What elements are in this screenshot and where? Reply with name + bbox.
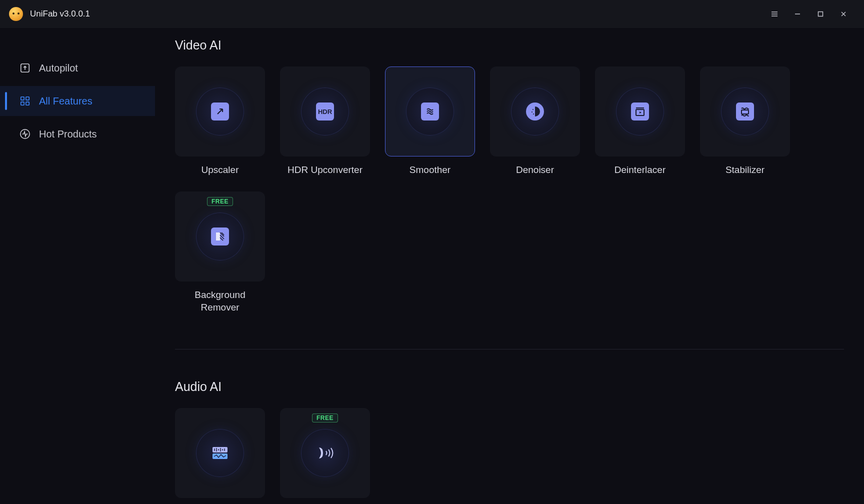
upscale-icon bbox=[211, 102, 229, 120]
free-badge: FREE bbox=[207, 197, 233, 206]
sidebar-item-label: Hot Products bbox=[39, 128, 97, 140]
svg-point-13 bbox=[532, 109, 534, 110]
section-divider bbox=[175, 349, 844, 350]
svg-point-14 bbox=[532, 112, 532, 112]
svg-rect-19 bbox=[216, 232, 220, 240]
stabilize-icon bbox=[736, 102, 754, 120]
section-title-audio-ai: Audio AI bbox=[175, 380, 844, 394]
svg-rect-11 bbox=[26, 102, 29, 105]
svg-rect-18 bbox=[742, 110, 748, 114]
svg-rect-10 bbox=[21, 102, 24, 105]
section-title-video-ai: Video AI bbox=[175, 38, 844, 52]
svg-rect-4 bbox=[818, 12, 823, 16]
audio2-icon bbox=[314, 444, 336, 462]
bgremove-icon bbox=[211, 228, 229, 246]
feature-label: Stabilizer bbox=[726, 164, 764, 176]
denoise-icon bbox=[526, 102, 544, 120]
sidebar-item-autopilot[interactable]: Autopilot bbox=[0, 53, 155, 83]
svg-rect-16 bbox=[636, 108, 644, 108]
sidebar-item-label: All Features bbox=[39, 96, 92, 107]
maximize-icon bbox=[818, 11, 824, 17]
smoother-icon bbox=[421, 102, 439, 120]
feature-label: Denoiser bbox=[516, 164, 554, 176]
feature-card-deinterlacer[interactable] bbox=[595, 66, 685, 156]
svg-point-15 bbox=[533, 114, 534, 114]
sidebar-item-hot-products[interactable]: Hot Products bbox=[0, 119, 155, 149]
feature-label: Smoother bbox=[410, 164, 450, 176]
app-title: UniFab v3.0.0.1 bbox=[30, 9, 90, 19]
feature-card-denoiser[interactable] bbox=[490, 66, 580, 156]
deinterlace-icon bbox=[631, 102, 649, 120]
feature-label: Background Remover bbox=[175, 288, 265, 314]
feature-card-audio-1[interactable] bbox=[175, 408, 265, 498]
pulse-icon bbox=[19, 128, 31, 140]
feature-card-smoother[interactable] bbox=[385, 66, 475, 156]
feature-card-audio-2[interactable]: FREE bbox=[280, 408, 370, 498]
sidebar-item-all-features[interactable]: All Features bbox=[0, 86, 155, 116]
maximize-button[interactable] bbox=[809, 0, 832, 28]
hamburger-icon bbox=[770, 10, 778, 18]
minimize-icon bbox=[794, 10, 801, 18]
audio-ai-grid: FREE bbox=[175, 408, 844, 498]
autopilot-icon bbox=[19, 62, 31, 74]
main-content: Video AI Upscaler HDR HDR Upconverter bbox=[155, 28, 864, 504]
feature-label: Upscaler bbox=[202, 164, 239, 176]
video-ai-grid: Upscaler HDR HDR Upconverter Smoother bbox=[175, 66, 844, 314]
close-icon bbox=[840, 10, 847, 18]
menu-button[interactable] bbox=[763, 0, 786, 28]
sidebar-item-label: Autopilot bbox=[39, 62, 78, 74]
feature-card-background-remover[interactable]: FREE bbox=[175, 192, 265, 282]
free-badge: FREE bbox=[312, 414, 338, 422]
svg-rect-8 bbox=[21, 97, 24, 100]
svg-rect-9 bbox=[26, 97, 29, 100]
sidebar: Autopilot All Features Hot Products bbox=[0, 28, 155, 504]
close-button[interactable] bbox=[832, 0, 855, 28]
feature-label: HDR Upconverter bbox=[288, 164, 362, 176]
app-logo-icon bbox=[9, 7, 23, 21]
titlebar: UniFab v3.0.0.1 bbox=[0, 0, 864, 28]
grid-icon bbox=[19, 95, 31, 107]
hdr-icon: HDR bbox=[316, 102, 334, 120]
feature-card-hdr-upconverter[interactable]: HDR bbox=[280, 66, 370, 156]
minimize-button[interactable] bbox=[786, 0, 809, 28]
feature-card-upscaler[interactable] bbox=[175, 66, 265, 156]
audio1-icon bbox=[211, 444, 229, 462]
feature-card-stabilizer[interactable] bbox=[700, 66, 790, 156]
feature-label: Deinterlacer bbox=[614, 164, 666, 176]
